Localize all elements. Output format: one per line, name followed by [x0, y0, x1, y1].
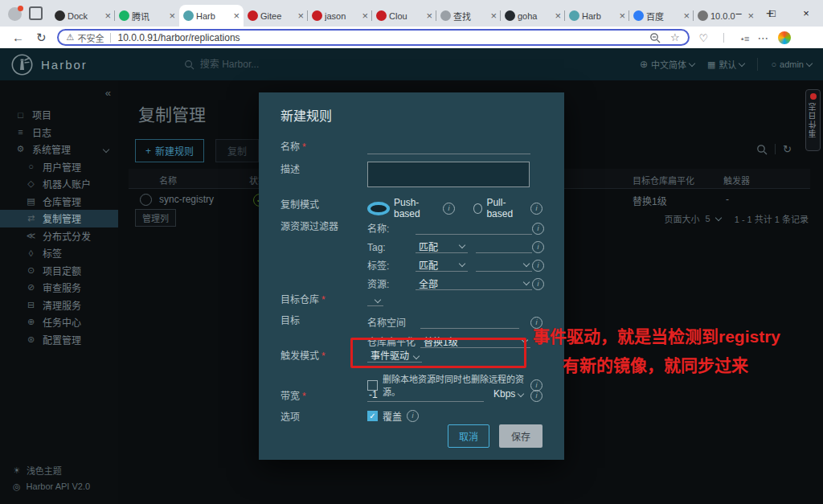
sidebar-item-gc[interactable]: ⊟清理服务 — [0, 297, 118, 314]
sidebar-item-label: 项目定额 — [43, 264, 81, 277]
close-button[interactable]: × — [789, 0, 823, 27]
not-secure-warning-icon — [67, 32, 75, 43]
theme-menu[interactable]: 默认 — [707, 58, 744, 71]
pull-based-label: Pull-based — [486, 197, 526, 219]
table-search-icon[interactable] — [756, 144, 768, 155]
event-log-side-tab[interactable]: 事件日志 — [805, 89, 821, 151]
tab-close-icon[interactable]: × — [683, 10, 690, 21]
maximize-button[interactable]: □ — [755, 0, 789, 27]
sidebar-item-robot-accounts[interactable]: ◇机器人账户 — [0, 175, 118, 193]
tag-icon: ◊ — [26, 248, 36, 258]
override-checkbox[interactable] — [367, 411, 378, 421]
description-textarea[interactable] — [367, 162, 530, 187]
sidebar-item-interrogation[interactable]: ⊘审查服务 — [0, 279, 118, 297]
sidebar-item-quotas[interactable]: ⊙项目定额 — [0, 262, 118, 280]
api-link[interactable]: Harbor API V2.0 — [0, 478, 118, 494]
collections-icon[interactable] — [739, 31, 748, 45]
filter-name-input[interactable] — [419, 221, 519, 235]
replicate-button[interactable]: 复制 — [215, 139, 259, 162]
api-version-label: Harbor API V2.0 — [27, 481, 91, 491]
manage-columns-button[interactable]: 管理列 — [135, 209, 176, 227]
zoom-out-icon[interactable] — [649, 32, 661, 43]
column-trigger[interactable]: 触发器 — [723, 174, 750, 186]
minimize-button[interactable]: – — [722, 0, 755, 27]
save-button[interactable]: 保存 — [499, 424, 543, 448]
tab-close-icon[interactable]: × — [362, 10, 368, 21]
table-refresh-icon[interactable]: ↻ — [783, 143, 792, 155]
tab-cloud[interactable]: Clou × — [372, 5, 436, 27]
namespace-label: 名称空间 — [367, 315, 420, 329]
trigger-cell: - — [726, 194, 729, 205]
tab-actions-icon[interactable] — [29, 6, 43, 20]
info-icon[interactable] — [530, 390, 543, 402]
label-value-select[interactable] — [476, 258, 532, 272]
tab-close-icon[interactable]: × — [233, 10, 240, 21]
sidebar-item-projects[interactable]: □项目 — [0, 106, 118, 124]
info-icon[interactable] — [530, 203, 543, 215]
browser-profile-icon[interactable] — [8, 7, 22, 21]
tab-close-icon[interactable]: × — [104, 10, 111, 21]
label-match-select[interactable]: 匹配 — [416, 258, 468, 272]
tab-gitee[interactable]: Gitee × — [244, 5, 308, 27]
column-flatten[interactable]: 目标仓库扁平化 — [633, 174, 694, 186]
tab-close-icon[interactable]: × — [555, 10, 561, 21]
pull-based-radio[interactable] — [473, 203, 483, 214]
dest-registry-select[interactable] — [367, 294, 383, 306]
info-icon[interactable] — [443, 203, 455, 215]
push-based-radio[interactable] — [367, 202, 390, 215]
tab-harbor2[interactable]: Harb × — [565, 5, 629, 27]
info-icon[interactable] — [532, 260, 544, 272]
info-icon[interactable] — [532, 223, 544, 235]
tab-close-icon[interactable]: × — [169, 10, 175, 21]
filter-tag-input[interactable] — [479, 240, 519, 253]
sidebar-item-registries[interactable]: ▤仓库管理 — [0, 193, 118, 211]
bandwidth-input[interactable] — [367, 388, 484, 402]
tab-close-icon[interactable]: × — [490, 10, 497, 21]
tab-close-icon[interactable]: × — [426, 10, 432, 21]
user-menu[interactable]: admin — [771, 59, 812, 69]
info-icon[interactable] — [532, 278, 544, 290]
tab-close-icon[interactable]: × — [619, 10, 625, 21]
search-input[interactable] — [199, 58, 379, 71]
cancel-button[interactable]: 取消 — [448, 424, 489, 448]
sidebar-item-labels[interactable]: ◊标签 — [0, 244, 118, 262]
tab-jason[interactable]: jason × — [308, 5, 372, 27]
sidebar-item-system[interactable]: ⚙系统管理 — [0, 141, 118, 158]
tab-search[interactable]: 查找 × — [436, 5, 501, 27]
tab-tencent[interactable]: 腾讯 × — [115, 5, 179, 27]
copilot-icon[interactable] — [778, 31, 791, 44]
resource-select[interactable]: 全部 — [416, 277, 532, 290]
more-menu-icon[interactable] — [758, 31, 769, 45]
url-field[interactable]: 不安全 10.0.0.91/harbor/replications — [57, 29, 690, 46]
row-radio[interactable] — [140, 194, 152, 206]
sidebar-item-replications[interactable]: ⇄复制管理 — [0, 210, 118, 227]
info-icon[interactable] — [532, 241, 544, 253]
sidebar-item-logs[interactable]: ≡日志 — [0, 124, 118, 141]
back-icon[interactable] — [12, 31, 24, 43]
sidebar-item-users[interactable]: ○用户管理 — [0, 158, 118, 176]
tab-baidu[interactable]: 百度 × — [629, 5, 694, 27]
page-size-select[interactable]: 5 — [706, 214, 710, 223]
tab-docker[interactable]: Dock × — [51, 5, 115, 27]
refresh-icon[interactable] — [36, 31, 47, 43]
username-label: admin — [780, 59, 804, 69]
language-menu[interactable]: 中文简体 — [640, 58, 694, 71]
sidebar-item-job-center[interactable]: ⊕任务中心 — [0, 313, 118, 331]
rule-name-input[interactable] — [367, 141, 530, 154]
theme-toggle[interactable]: 浅色主题 — [0, 462, 118, 478]
tab-close-icon[interactable]: × — [297, 10, 304, 21]
global-search[interactable] — [184, 58, 379, 71]
sidebar-collapse-icon[interactable]: « — [105, 87, 111, 99]
info-icon[interactable] — [407, 410, 419, 422]
tab-github[interactable]: goha × — [501, 5, 565, 27]
tag-match-select[interactable]: 匹配 — [416, 240, 468, 253]
favorite-star-icon[interactable] — [670, 31, 680, 43]
sidebar-item-configuration[interactable]: ⊛配置管理 — [0, 331, 118, 349]
tab-harbor-active[interactable]: Harb × — [179, 5, 244, 27]
browser-essentials-icon[interactable] — [699, 31, 709, 45]
new-rule-button[interactable]: +新建规则 — [135, 139, 204, 162]
bandwidth-unit-select[interactable]: Kbps — [490, 388, 526, 402]
sidebar-item-distribution[interactable]: ≪分布式分发 — [0, 227, 118, 245]
column-name[interactable]: 名称 — [159, 174, 177, 186]
namespace-input[interactable] — [424, 315, 506, 329]
